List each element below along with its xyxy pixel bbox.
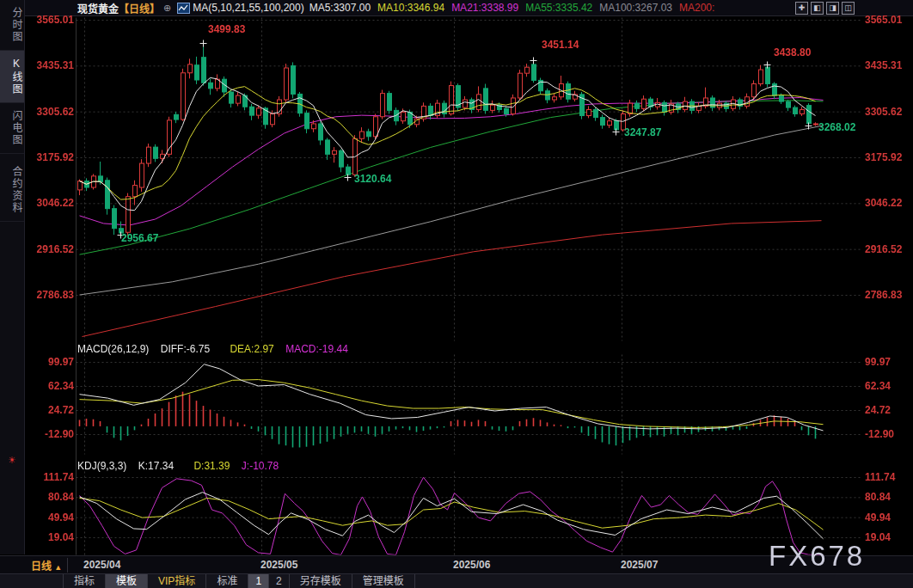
tab-templates[interactable]: 模板 (106, 574, 148, 588)
price-axis-tick-label: 3565.01 (865, 14, 902, 26)
macd-macd-value: MACD:-19.44 (285, 343, 348, 355)
price-annotation: 3247.87 (624, 126, 661, 138)
macd-axis-tick-label: 24.72 (865, 404, 891, 416)
macd-axis-tick-label: 99.97 (26, 356, 74, 368)
period-selector[interactable]: 日线 ▲ (26, 558, 68, 573)
kdj-axis-tick-label: 111.74 (865, 471, 895, 483)
ma10-value: MA10:3346.94 (377, 2, 444, 14)
price-axis-tick-label: 2786.83 (865, 289, 902, 301)
app-window: 现货黄金 【日线】 ⊕ MA(5,10,21,55,100,200) MA5:3… (0, 0, 913, 588)
ma5-value: MA5:3307.00 (309, 2, 371, 14)
kdj-name-k: KDJ(9,3,3) K:17.34 (77, 460, 182, 472)
tab-template-1[interactable]: 1 (248, 574, 269, 588)
expand-icon[interactable]: ⊕ (163, 3, 171, 14)
price-axis-tick-label: 3435.31 (865, 59, 902, 71)
kdj-j-value: J:-10.78 (242, 460, 279, 472)
time-tick: 2025/05 (260, 559, 297, 571)
price-axis-tick-label: 3046.22 (865, 197, 902, 209)
price-axis-tick-label: 3046.22 (26, 197, 74, 209)
chevron-up-icon: ▲ (54, 563, 62, 572)
price-annotation: 3451.14 (542, 39, 579, 51)
price-axis-tick-label: 3305.62 (865, 106, 902, 118)
price-annotation: 2956.67 (121, 232, 158, 244)
price-annotation: 3268.02 (818, 121, 855, 133)
time-tick: 2025/07 (621, 559, 658, 571)
price-annotation: 3499.83 (208, 23, 245, 35)
tab-indicators[interactable]: 指标 (63, 574, 106, 588)
kdj-d-value: D:31.39 (193, 460, 230, 472)
macd-axis-tick-label: 99.97 (865, 356, 891, 368)
macd-axis-tick-label: -12.90 (26, 428, 74, 440)
kdj-axis-tick-label: 19.04 (865, 531, 891, 543)
macd-header: MACD(26,12,9) DIFF:-6.75 DEA:2.97 MACD:-… (77, 343, 357, 355)
price-axis-tick-label: 2786.83 (26, 289, 74, 301)
tab-standard[interactable]: 标准 (206, 574, 248, 588)
sidebar-item-contract-info[interactable]: 合约资料 (0, 159, 24, 222)
alert-sun-icon[interactable]: ☀ (8, 455, 16, 466)
macd-axis-tick-label: 62.34 (865, 380, 891, 392)
indicator-pane-icon[interactable]: ◨ (826, 2, 839, 15)
left-sidebar: 分时图 K线图 闪电图 合约资料 ☀ (0, 0, 25, 554)
chart-type-icon[interactable] (177, 3, 190, 14)
price-axis-tick-label: 3565.01 (26, 14, 74, 26)
ma55-value: MA55:3335.42 (525, 2, 592, 14)
chart-canvas[interactable] (0, 0, 913, 588)
sidebar-item-lightning[interactable]: 闪电图 (0, 103, 24, 154)
price-axis-tick-label: 3175.92 (865, 151, 902, 163)
ma21-value: MA21:3338.99 (451, 2, 518, 14)
sidebar-item-timeshare[interactable]: 分时图 (0, 0, 24, 51)
kdj-axis-tick-label: 80.84 (26, 491, 74, 503)
kdj-axis-tick-label: 49.94 (26, 511, 74, 524)
kdj-axis-tick-label: 80.84 (865, 491, 891, 503)
tab-save-template[interactable]: 另存模板 (290, 574, 352, 588)
macd-axis-tick-label: 62.34 (26, 380, 74, 392)
ma100-value: MA100:3267.03 (599, 2, 672, 14)
kdj-axis-tick-label: 111.74 (26, 471, 74, 483)
price-axis-tick-label: 3175.92 (26, 151, 74, 163)
price-axis-tick-label: 3435.31 (26, 59, 74, 71)
symbol-title: 现货黄金 (77, 1, 119, 15)
macd-axis-tick-label: 24.72 (26, 404, 74, 416)
tab-vip-indicators[interactable]: VIP指标 (148, 574, 206, 588)
kdj-axis-tick-label: 49.94 (865, 511, 891, 524)
fx678-watermark: FX678 (769, 540, 865, 573)
macd-axis-tick-label: -12.90 (865, 428, 894, 440)
time-tick: 2025/04 (83, 559, 120, 571)
sidebar-item-kline[interactable]: K线图 (0, 51, 24, 103)
tab-manage-templates[interactable]: 管理模板 (352, 574, 415, 588)
macd-dea-value: DEA:2.97 (230, 343, 273, 355)
price-annotation: 3120.64 (354, 173, 391, 185)
macd-name-diff: MACD(26,12,9) DIFF:-6.75 (77, 343, 218, 355)
collapse-pane-icon[interactable]: ◫ (842, 2, 855, 15)
time-tick: 2025/06 (453, 559, 490, 571)
window-controls: ✚ ◧ ◨ ◫ (795, 2, 855, 15)
kdj-axis-tick-label: 19.04 (26, 531, 74, 543)
new-pane-icon[interactable]: ◧ (811, 2, 824, 15)
price-annotation: 3438.80 (774, 46, 811, 58)
tab-template-2[interactable]: 2 (269, 574, 290, 588)
ma200-value: MA200: (679, 2, 714, 14)
top-bar: 现货黄金 【日线】 ⊕ MA(5,10,21,55,100,200) MA5:3… (24, 0, 913, 16)
kdj-header: KDJ(9,3,3) K:17.34 D:31.39 J:-10.78 (77, 460, 287, 472)
price-axis-tick-label: 3305.62 (26, 106, 74, 118)
price-axis-tick-label: 2916.52 (26, 243, 74, 255)
bottom-tab-bar: 指标 模板 VIP指标 标准 1 2 另存模板 管理模板 (0, 573, 913, 588)
pan-icon[interactable]: ✚ (795, 2, 808, 15)
period-tag[interactable]: 【日线】 (119, 1, 160, 15)
price-axis-tick-label: 2916.52 (865, 243, 902, 255)
ma-settings-label[interactable]: MA(5,10,21,55,100,200) (193, 2, 303, 14)
